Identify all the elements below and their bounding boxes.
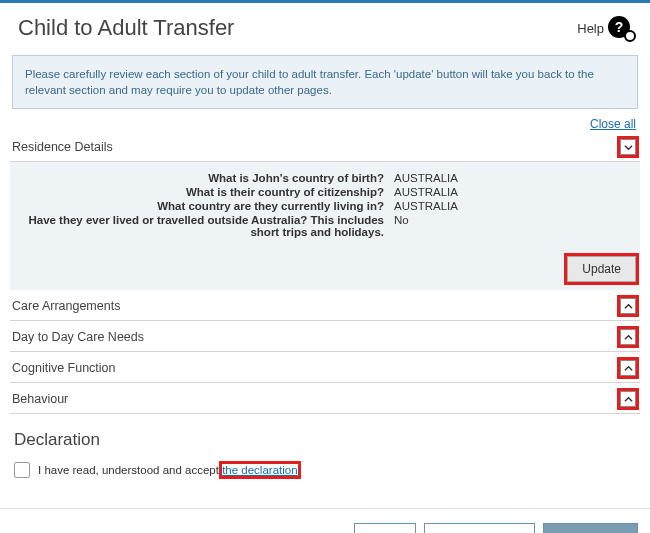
declaration-link[interactable]: the declaration — [222, 464, 297, 476]
declaration-heading: Declaration — [14, 430, 636, 450]
chevron-up-icon[interactable] — [620, 329, 636, 345]
chevron-up-icon[interactable] — [620, 360, 636, 376]
section-residence: Residence Details What is John's country… — [10, 133, 640, 290]
section-residence-body: What is John's country of birth? AUSTRAL… — [10, 162, 640, 250]
footer-actions: Back Save and Exit Next Steps — [0, 508, 650, 533]
declaration-checkbox[interactable] — [14, 462, 30, 478]
chevron-up-icon[interactable] — [620, 298, 636, 314]
section-daytoday: Day to Day Care Needs — [10, 323, 640, 352]
chevron-down-icon[interactable] — [620, 139, 636, 155]
save-exit-button[interactable]: Save and Exit — [424, 523, 535, 533]
page-header: Child to Adult Transfer Help ? — [0, 3, 650, 49]
answer-value: AUSTRALIA — [394, 172, 626, 184]
question-label: Have they ever lived or travelled outsid… — [24, 214, 394, 238]
question-label: What is their country of citizenship? — [24, 186, 394, 198]
section-behaviour: Behaviour — [10, 385, 640, 414]
declaration-text: I have read, understood and accept the d… — [38, 464, 298, 476]
update-button[interactable]: Update — [567, 256, 636, 282]
qa-row: What country are they currently living i… — [24, 200, 626, 212]
answer-value: No — [394, 214, 626, 238]
chevron-up-icon[interactable] — [620, 391, 636, 407]
section-residence-header[interactable]: Residence Details — [10, 133, 640, 162]
section-title: Care Arrangements — [12, 299, 120, 313]
answer-value: AUSTRALIA — [394, 186, 626, 198]
help-label: Help — [577, 21, 604, 36]
section-behaviour-header[interactable]: Behaviour — [10, 385, 640, 414]
answer-value: AUSTRALIA — [394, 200, 626, 212]
info-banner: Please carefully review each section of … — [12, 55, 638, 109]
question-label: What country are they currently living i… — [24, 200, 394, 212]
section-title: Cognitive Function — [12, 361, 116, 375]
qa-row: Have they ever lived or travelled outsid… — [24, 214, 626, 238]
close-all-link[interactable]: Close all — [590, 117, 636, 131]
back-button[interactable]: Back — [354, 523, 416, 533]
section-daytoday-header[interactable]: Day to Day Care Needs — [10, 323, 640, 352]
section-title: Residence Details — [12, 140, 113, 154]
section-cognitive: Cognitive Function — [10, 354, 640, 383]
next-steps-button[interactable]: Next Steps — [543, 523, 638, 533]
section-care: Care Arrangements — [10, 292, 640, 321]
section-care-header[interactable]: Care Arrangements — [10, 292, 640, 321]
qa-row: What is John's country of birth? AUSTRAL… — [24, 172, 626, 184]
section-cognitive-header[interactable]: Cognitive Function — [10, 354, 640, 383]
page-title: Child to Adult Transfer — [18, 15, 234, 41]
help-icon: ? — [608, 16, 632, 40]
qa-row: What is their country of citizenship? AU… — [24, 186, 626, 198]
question-label: What is John's country of birth? — [24, 172, 394, 184]
help-link[interactable]: Help ? — [577, 16, 632, 40]
section-title: Day to Day Care Needs — [12, 330, 144, 344]
section-title: Behaviour — [12, 392, 68, 406]
declaration-section: Declaration I have read, understood and … — [10, 416, 640, 486]
